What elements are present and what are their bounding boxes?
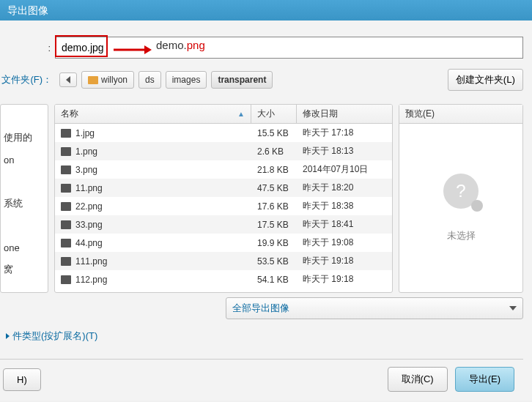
export-type-dropdown[interactable]: 全部导出图像 [226,297,523,319]
file-icon [61,257,71,266]
file-row[interactable]: 112.png54.1 KB昨天于 19:18 [55,270,392,289]
places-panel: 使用的 on 系统 one 窝 [0,104,48,293]
file-size: 54.1 KB [251,272,297,287]
file-row[interactable]: 3.png21.8 KB2014年07月10日 [55,160,392,179]
file-icon [61,220,71,229]
export-button[interactable]: 导出(E) [455,367,514,392]
places-item[interactable]: 系统 [1,193,48,215]
places-item[interactable] [1,105,48,127]
file-name: 3.png [75,165,97,175]
file-list-panel: 名称 ▲ 大小 修改日期 1.jpg15.5 KB昨天于 17:181.png2… [54,104,393,293]
file-row[interactable]: 33.png17.5 KB昨天于 18:41 [55,215,392,234]
file-date: 昨天于 19:08 [297,234,392,251]
file-name: 1.png [75,146,97,157]
chevron-left-icon [66,76,70,83]
file-date: 昨天于 18:20 [297,179,392,196]
places-item[interactable]: 使用的 [1,127,48,149]
file-row[interactable]: 44.png19.9 KB昨天于 19:08 [55,234,392,252]
file-name: 33.png [75,220,103,230]
places-item[interactable]: one [1,237,48,258]
file-row[interactable]: 11.png47.5 KB昨天于 18:20 [55,179,392,197]
file-date: 昨天于 18:41 [297,216,392,233]
file-size: 15.5 KB [251,126,297,141]
file-type-expander[interactable]: 件类型(按扩展名)(T) [0,327,523,356]
file-name: 11.png [75,183,103,193]
cancel-button[interactable]: 取消(C) [388,367,448,392]
places-item[interactable]: on [1,149,48,171]
file-icon [61,129,71,138]
file-row[interactable]: 1.png2.6 KB昨天于 18:13 [55,142,392,160]
filename-input[interactable] [55,37,523,59]
file-row[interactable]: 1.jpg15.5 KB昨天于 17:18 [55,124,392,142]
places-item[interactable]: 窝 [1,258,48,280]
file-size: 21.8 KB [251,163,297,177]
file-name: 1.jpg [75,128,95,138]
file-date: 昨天于 19:18 [297,253,392,269]
column-header-size[interactable]: 大小 [251,105,297,123]
file-name: 44.png [75,238,103,248]
chevron-down-icon [509,306,517,310]
preview-header: 预览(E) [399,105,522,124]
file-size: 17.5 KB [251,217,297,232]
file-icon [61,275,71,284]
folder-icon [88,76,98,84]
file-size: 53.5 KB [251,254,297,269]
titlebar: 导出图像 [0,0,532,21]
file-row[interactable]: 111.png53.5 KB昨天于 19:18 [55,252,392,270]
column-header-name[interactable]: 名称 ▲ [55,105,251,123]
file-size: 17.6 KB [251,199,297,214]
file-name: 111.png [75,256,107,267]
separator [0,359,523,360]
places-item[interactable] [1,171,48,193]
window-title: 导出图像 [7,4,48,16]
file-name: 112.png [75,275,107,285]
path-segment-0[interactable]: willyon [81,71,134,89]
file-name: 22.png [75,201,103,212]
file-date: 昨天于 17:18 [297,124,392,141]
file-icon [61,239,71,247]
sort-asc-icon: ▲ [237,110,245,118]
file-icon [61,202,71,211]
file-row[interactable]: 22.png17.6 KB昨天于 18:38 [55,197,392,215]
file-size: 2.6 KB [251,144,297,159]
column-header-date[interactable]: 修改日期 [297,105,392,123]
path-segment-1[interactable]: ds [138,71,161,89]
chevron-right-icon [6,333,10,339]
file-date: 2014年07月10日 [297,161,392,178]
file-date: 昨天于 18:38 [297,198,392,215]
file-date: 昨天于 18:13 [297,143,392,160]
file-icon [61,147,71,156]
preview-empty-text: 未选择 [447,229,476,242]
preview-placeholder-icon: ? [443,174,479,209]
help-button[interactable]: H) [3,368,41,391]
path-segment-3[interactable]: transparent [211,71,273,89]
filename-label: : [0,42,55,53]
file-size: 47.5 KB [251,181,297,196]
file-date: 昨天于 19:18 [297,271,392,288]
file-icon [61,184,71,193]
create-folder-button[interactable]: 创建文件夹(L) [448,69,523,91]
preview-panel: 预览(E) ? 未选择 [399,104,523,293]
file-icon [61,165,71,174]
path-back-button[interactable] [59,72,77,87]
file-size: 19.9 KB [251,236,297,250]
folder-label: 文件夹(F)： [0,73,55,86]
path-segment-2[interactable]: images [166,71,207,89]
places-item[interactable] [1,215,48,237]
